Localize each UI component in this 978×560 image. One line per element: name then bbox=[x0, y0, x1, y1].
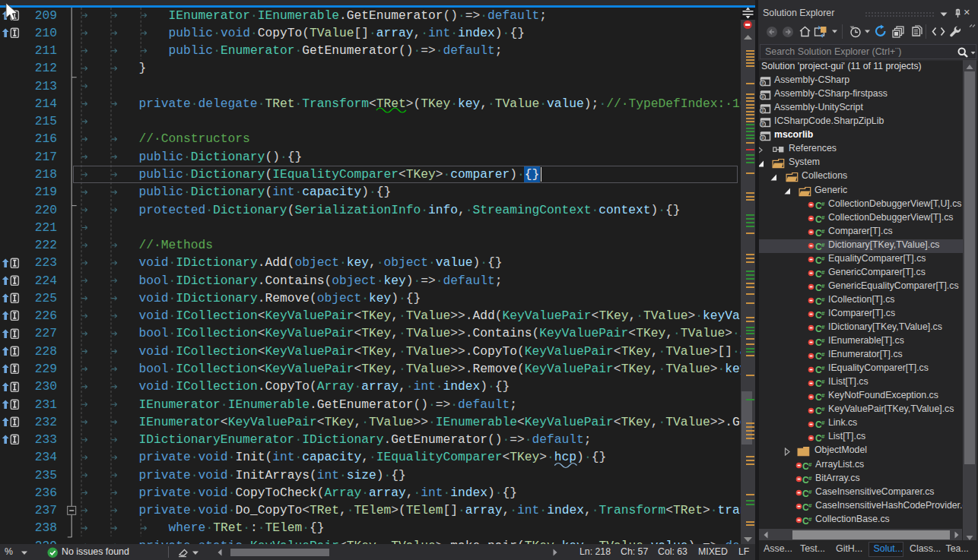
svg-text:#: # bbox=[761, 135, 764, 141]
svg-text:#: # bbox=[808, 488, 812, 495]
svg-text:#: # bbox=[821, 296, 825, 302]
svg-text:#: # bbox=[821, 309, 825, 316]
svg-text:#: # bbox=[821, 365, 825, 372]
svg-text:#: # bbox=[821, 255, 825, 261]
svg-text:#: # bbox=[808, 460, 812, 467]
svg-text:#: # bbox=[821, 406, 825, 413]
svg-text:#: # bbox=[761, 81, 764, 86]
svg-text:#: # bbox=[821, 351, 825, 358]
svg-text:#: # bbox=[821, 392, 825, 399]
svg-text:#: # bbox=[808, 474, 812, 481]
svg-text:#: # bbox=[761, 94, 764, 100]
svg-text:#: # bbox=[821, 433, 825, 440]
svg-text:#: # bbox=[821, 241, 825, 248]
svg-text:#: # bbox=[821, 378, 825, 385]
svg-text:#: # bbox=[808, 501, 812, 508]
svg-text:#: # bbox=[761, 122, 764, 127]
svg-text:#: # bbox=[821, 214, 825, 220]
svg-text:#: # bbox=[821, 200, 825, 207]
svg-text:#: # bbox=[821, 282, 825, 289]
svg-text:#: # bbox=[821, 337, 825, 344]
svg-text:#: # bbox=[808, 515, 812, 522]
svg-text:#: # bbox=[821, 268, 825, 275]
svg-text:#: # bbox=[821, 323, 825, 330]
svg-text:#: # bbox=[821, 419, 825, 426]
svg-text:#: # bbox=[761, 108, 764, 113]
svg-text:#: # bbox=[821, 227, 825, 234]
